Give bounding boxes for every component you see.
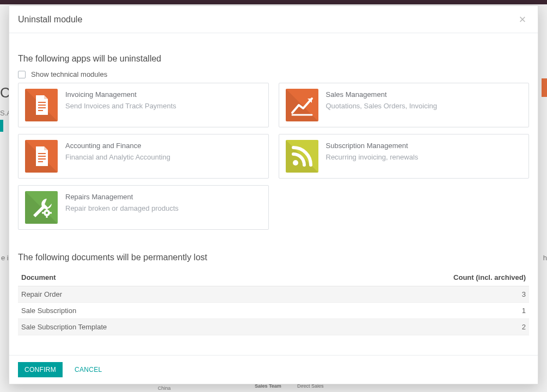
app-name: Sales Management [326,90,438,100]
svg-rect-2 [38,102,46,103]
app-name: Invoicing Management [65,90,176,100]
svg-rect-25 [42,212,44,214]
show-technical-checkbox[interactable] [18,71,26,78]
documents-table: Document Count (incl. archived) Repair O… [18,269,529,335]
svg-point-22 [46,212,48,214]
doc-cell: Repair Order [18,286,293,303]
col-count: Count (incl. archived) [293,269,529,286]
svg-rect-4 [38,107,46,108]
svg-rect-12 [38,153,46,154]
backdrop-left-snippet: e i [1,254,9,262]
svg-rect-14 [38,158,46,160]
svg-rect-23 [46,208,48,210]
app-name: Repairs Management [65,192,179,202]
count-cell: 1 [293,303,529,319]
app-meta: Sales Management Quotations, Sales Order… [326,89,438,111]
svg-point-18 [293,160,298,166]
app-desc: Financial and Analytic Accounting [65,153,170,162]
app-card-invoicing: Invoicing Management Send Invoices and T… [18,83,269,127]
app-card-repairs: Repairs Management Repair broken or dama… [18,185,269,230]
close-button[interactable]: × [516,13,529,26]
svg-rect-24 [46,216,48,218]
table-row: Repair Order 3 [18,286,529,303]
count-cell: 2 [293,319,529,335]
app-name: Accounting and Finance [65,141,170,151]
app-card-sales: Sales Management Quotations, Sales Order… [279,83,530,127]
doc-cell: Sale Subscription [18,303,293,319]
section-docs-title: The following documents will be permanen… [18,253,529,262]
app-meta: Repairs Management Repair broken or dama… [65,191,179,213]
svg-rect-26 [50,212,52,214]
modal-title: Uninstall module [18,15,82,24]
svg-rect-15 [38,161,43,162]
doc-cell: Sale Subscription Template [18,319,293,335]
app-desc: Quotations, Sales Orders, Invoicing [326,102,438,111]
count-cell: 3 [293,286,529,303]
app-card-subscription: Subscription Management Recurring invoic… [279,134,530,179]
app-meta: Accounting and Finance Financial and Ana… [65,140,170,162]
table-row: Sale Subscription Template 2 [18,319,529,335]
close-icon: × [519,13,526,27]
show-technical-label: Show technical modules [31,70,107,78]
wrench-icon [25,191,58,224]
cancel-button[interactable]: CANCEL [72,362,104,377]
app-name: Subscription Management [326,141,419,151]
svg-rect-3 [38,105,46,106]
app-card-accounting: Accounting and Finance Financial and Ana… [18,134,269,179]
backdrop-right-snippet: h [543,254,547,262]
invoice-icon [25,140,58,173]
invoice-icon [25,89,58,121]
table-row: Sale Subscription 1 [18,303,529,319]
app-desc: Recurring invoicing, renewals [326,153,419,162]
svg-rect-13 [38,156,46,157]
apps-grid: Invoicing Management Send Invoices and T… [18,83,529,230]
show-technical-row[interactable]: Show technical modules [18,70,529,78]
backdrop-orange-bar [542,78,547,97]
backdrop-teal-bar [0,120,3,132]
confirm-button[interactable]: CONFIRM [18,362,63,377]
modal-footer: CONFIRM CANCEL [9,355,538,384]
app-desc: Send Invoices and Track Payments [65,102,176,111]
app-meta: Subscription Management Recurring invoic… [326,140,419,162]
backdrop-topbar [0,0,547,4]
rss-icon [286,140,318,173]
modal-body: The following apps will be uninstalled S… [9,33,538,355]
app-meta: Invoicing Management Send Invoices and T… [65,89,176,111]
svg-rect-5 [38,110,43,111]
chart-icon [286,89,318,121]
app-desc: Repair broken or damaged products [65,204,179,213]
backdrop-bottom-center: China [158,385,171,391]
section-apps-title: The following apps will be uninstalled [18,54,529,64]
modal-header: Uninstall module × [9,6,538,33]
col-document: Document [18,269,293,286]
uninstall-modal: Uninstall module × The following apps wi… [9,5,538,384]
